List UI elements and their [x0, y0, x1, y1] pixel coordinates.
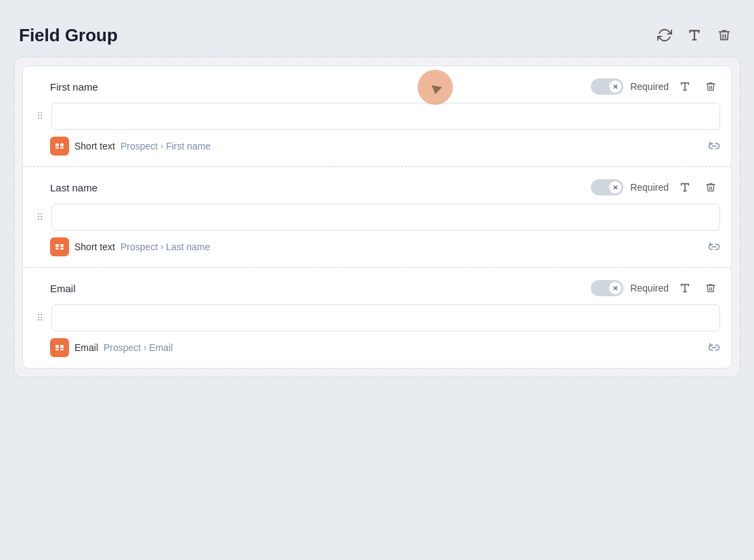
- unlink-button-last-name[interactable]: [708, 241, 720, 253]
- svg-rect-7: [56, 244, 59, 248]
- toggle-x-first-name: ✕: [609, 80, 621, 93]
- unlink-button-first-name[interactable]: [708, 140, 720, 152]
- field-group-header: Field Group: [14, 24, 740, 57]
- delete-icon-email[interactable]: [701, 279, 720, 298]
- field-type-badge-last-name: [50, 237, 69, 256]
- svg-rect-16: [56, 349, 59, 350]
- path-arrow-first-name: ›: [160, 141, 163, 151]
- svg-rect-0: [56, 143, 59, 147]
- path-arrow-last-name: ›: [160, 242, 163, 252]
- svg-rect-17: [60, 349, 64, 350]
- path-entity-first-name: Prospect: [120, 141, 158, 151]
- field-row-first-name: First name ✕ Required: [23, 66, 731, 167]
- svg-rect-2: [56, 147, 59, 149]
- input-first-name[interactable]: [51, 103, 720, 130]
- field-footer-last-name: Short text Prospect › Last name: [34, 237, 720, 256]
- field-label-email: Email: [50, 283, 76, 294]
- svg-rect-14: [56, 345, 59, 348]
- required-toggle-last-name[interactable]: ✕: [591, 179, 623, 195]
- outer-card: First name ✕ Required: [14, 57, 740, 377]
- field-body-email: ⠿: [34, 304, 720, 331]
- field-label-first-name: First name: [50, 81, 98, 93]
- page-title: Field Group: [19, 25, 118, 46]
- path-field-first-name: First name: [166, 141, 210, 151]
- path-field-last-name: Last name: [166, 241, 210, 252]
- input-last-name[interactable]: [51, 204, 720, 231]
- field-type-label-first-name: Short text: [74, 141, 115, 151]
- path-entity-last-name: Prospect: [120, 241, 158, 252]
- field-header-email: Email ✕ Required: [34, 279, 720, 298]
- required-toggle-email[interactable]: ✕: [591, 280, 623, 296]
- header-actions: [654, 24, 735, 46]
- required-toggle-first-name[interactable]: ✕: [591, 78, 623, 95]
- field-type-badge-first-name: [50, 137, 69, 156]
- svg-rect-9: [56, 248, 59, 250]
- field-footer-email: Email Prospect › Email: [34, 338, 720, 357]
- field-path-first-name: Prospect › First name: [120, 141, 210, 151]
- field-meta-email: Email Prospect › Email: [50, 338, 173, 357]
- drag-handle-email[interactable]: ⠿: [34, 310, 46, 326]
- field-body-last-name: ⠿: [34, 204, 720, 231]
- type-icon-email[interactable]: [675, 279, 694, 298]
- drag-handle-first-name[interactable]: ⠿: [34, 108, 46, 124]
- field-meta-last-name: Short text Prospect › Last name: [50, 237, 210, 256]
- delete-button[interactable]: [713, 24, 735, 46]
- field-path-last-name: Prospect › Last name: [120, 241, 210, 252]
- unlink-button-email[interactable]: [708, 342, 720, 354]
- field-label-last-name: Last name: [50, 182, 97, 193]
- refresh-button[interactable]: [654, 24, 675, 46]
- delete-icon-first-name[interactable]: [701, 77, 720, 96]
- required-label-first-name: Required: [630, 81, 669, 92]
- delete-icon-last-name[interactable]: [701, 178, 720, 197]
- svg-rect-10: [60, 248, 64, 250]
- field-type-label-last-name: Short text: [74, 241, 115, 252]
- path-arrow-email: ›: [143, 343, 146, 352]
- svg-rect-15: [60, 345, 64, 348]
- toggle-x-last-name: ✕: [609, 181, 621, 193]
- field-meta-first-name: Short text Prospect › First name: [50, 137, 210, 156]
- fields-container: First name ✕ Required: [22, 66, 732, 369]
- field-controls-email: ✕ Required: [591, 279, 720, 298]
- path-entity-email: Prospect: [104, 342, 141, 353]
- field-header-last-name: Last name ✕ Required: [34, 178, 720, 197]
- field-path-email: Prospect › Email: [104, 342, 173, 353]
- field-footer-first-name: Short text Prospect › First name: [34, 137, 720, 156]
- path-field-email: Email: [149, 342, 173, 353]
- type-icon-last-name[interactable]: [675, 178, 694, 197]
- svg-rect-8: [60, 244, 64, 248]
- type-button[interactable]: [684, 24, 705, 46]
- type-icon-first-name[interactable]: [675, 77, 694, 96]
- toggle-x-email: ✕: [609, 282, 621, 294]
- field-row-last-name: Last name ✕ Required: [23, 167, 731, 268]
- field-body-first-name: ⠿: [34, 103, 720, 130]
- input-email[interactable]: [51, 304, 720, 331]
- field-header-first-name: First name ✕ Required: [34, 77, 720, 96]
- page-wrapper: Field Group: [14, 14, 740, 388]
- field-type-label-email: Email: [74, 342, 98, 353]
- field-controls-first-name: ✕ Required: [591, 77, 720, 96]
- drag-handle-last-name[interactable]: ⠿: [34, 209, 46, 225]
- field-row-email: Email ✕ Required: [23, 268, 731, 368]
- required-label-email: Required: [630, 283, 669, 294]
- svg-rect-1: [60, 143, 64, 147]
- svg-rect-3: [60, 147, 64, 149]
- field-type-badge-email: [50, 338, 69, 357]
- required-label-last-name: Required: [630, 182, 669, 193]
- field-controls-last-name: ✕ Required: [591, 178, 720, 197]
